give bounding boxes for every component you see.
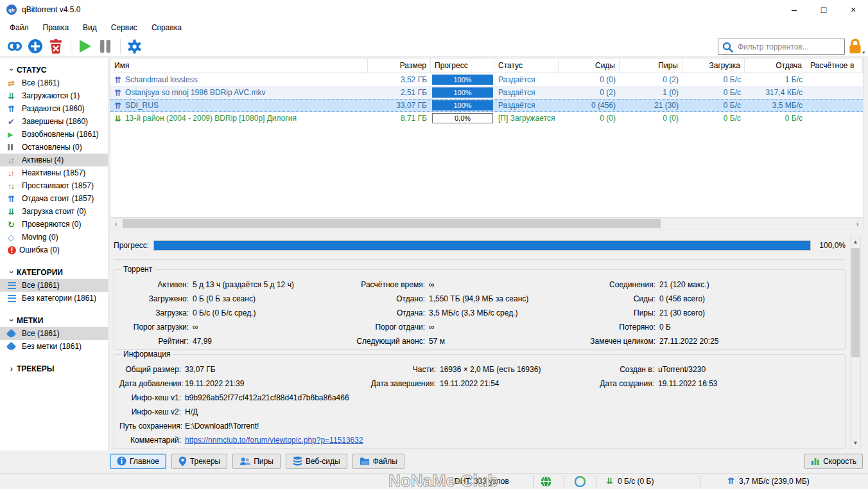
connection-status-icon[interactable] — [575, 476, 586, 487]
table-row-selected[interactable]: SDI_RUS 33,07 ГБ 100% Раздаётся 0 (456) … — [110, 99, 863, 112]
sidebar-item-checking[interactable]: Проверяются (0) — [0, 218, 108, 231]
sidebar-item-seeding[interactable]: Раздаются (1860) — [0, 102, 108, 115]
scrollbar-thumb[interactable] — [851, 248, 860, 357]
play-icon — [77, 39, 92, 54]
column-header-eta[interactable]: Расчётное в — [806, 58, 863, 73]
torrent-groupbox: Торрент Активен:5 д 13 ч (раздаётся 5 д … — [114, 269, 846, 350]
info-icon — [117, 456, 126, 466]
menu-edit[interactable]: Правка — [36, 21, 76, 35]
menu-file[interactable]: Файл — [3, 21, 36, 35]
upload-icon — [8, 105, 19, 113]
torrent-filter-input[interactable] — [735, 42, 844, 51]
table-row[interactable]: Ostanjsya so mnoj 1986 BDRip AVC.mkv 2,5… — [110, 86, 863, 99]
sidebar-item-errored[interactable]: Ошибка (0) — [0, 244, 108, 256]
sidebar-item-stalled[interactable]: Простаивают (1857) — [0, 179, 108, 192]
comment-link[interactable]: https://nnmclub.to/forum/viewtopic.php?p… — [185, 436, 840, 445]
sidebar-tag-all[interactable]: Все (1861) — [0, 327, 108, 340]
peers-icon — [239, 457, 250, 466]
minimize-button[interactable]: – — [779, 0, 809, 19]
menu-view[interactable]: Вид — [76, 21, 104, 35]
stalled-arrows-icon — [8, 182, 19, 190]
globe-icon[interactable] — [541, 476, 551, 487]
column-header-name[interactable]: Имя — [110, 58, 368, 73]
progress-cell: 0,0% — [431, 112, 494, 124]
column-header-size[interactable]: Размер — [368, 58, 431, 73]
sidebar-item-inactive[interactable]: Неактивны (1857) — [0, 166, 108, 179]
progress-cell: 100% — [431, 100, 494, 111]
scroll-left-arrow-icon[interactable]: ‹ — [110, 218, 121, 229]
table-row[interactable]: Schandmaul lossless 3,52 ГБ 100% Раздаёт… — [110, 73, 863, 86]
sidebar-item-downloading[interactable]: Загружаются (1) — [0, 89, 108, 102]
database-icon — [293, 456, 302, 466]
watermark: NoNaMe-Club — [388, 471, 498, 489]
trash-icon — [48, 39, 64, 54]
menubar: Файл Правка Вид Сервис Справка — [0, 19, 868, 36]
download-speed-icon: ⇊ — [606, 476, 613, 486]
diamond-icon — [8, 233, 19, 242]
sidebar-item-completed[interactable]: Завершены (1860) — [0, 115, 108, 128]
tab-peers[interactable]: Пиры — [232, 454, 281, 469]
column-header-download[interactable]: Загрузка — [682, 58, 745, 73]
scrollbar-thumb[interactable] — [123, 219, 661, 228]
table-horizontal-scrollbar[interactable]: ‹ › — [110, 218, 864, 229]
maximize-button[interactable]: □ — [809, 0, 838, 19]
tag-icon — [8, 343, 19, 350]
delete-torrent-button[interactable] — [46, 37, 65, 55]
table-header-row: Имя Размер Прогресс Статус Сиды Пиры Заг… — [110, 58, 863, 73]
details-vertical-scrollbar[interactable]: ▲ ▼ — [850, 236, 861, 449]
upload-speed-value[interactable]: 3,7 МБ/с (239,0 МБ) — [739, 477, 810, 486]
sidebar-item-stalled-downloading[interactable]: Загрузка стоит (0) — [0, 205, 108, 218]
resume-button[interactable] — [75, 37, 94, 55]
column-header-status[interactable]: Статус — [494, 58, 559, 73]
column-header-upload[interactable]: Отдача — [745, 58, 806, 73]
column-header-progress[interactable]: Прогресс — [431, 58, 494, 73]
menu-help[interactable]: Справка — [144, 21, 189, 35]
scroll-right-arrow-icon[interactable]: › — [852, 218, 863, 229]
table-row[interactable]: 13-й район (2004 - 2009) BDRip [1080p] Д… — [110, 112, 863, 125]
list-icon — [8, 295, 19, 302]
seeding-icon — [114, 76, 121, 84]
tab-general[interactable]: Главное — [110, 454, 166, 469]
chevron-right-icon: › — [6, 364, 17, 373]
sidebar-category-uncategorized[interactable]: Без категории (1861) — [0, 292, 108, 305]
folder-icon — [360, 457, 370, 466]
inactive-arrows-icon — [8, 169, 19, 177]
sidebar-item-stalled-uploading[interactable]: Отдача стоит (1857) — [0, 192, 108, 205]
sidebar-category-all[interactable]: Все (1861) — [0, 279, 108, 292]
details-separator — [114, 260, 846, 260]
scroll-down-arrow-icon[interactable]: ▼ — [851, 438, 860, 449]
sidebar-item-paused[interactable]: Остановлены (0) — [0, 141, 108, 154]
pause-icon — [8, 144, 19, 150]
seeding-icon — [114, 89, 121, 97]
window-title: qBittorrent v4.5.0 — [22, 5, 80, 14]
sidebar-tag-untagged[interactable]: Без метки (1861) — [0, 340, 108, 353]
scroll-up-arrow-icon[interactable]: ▲ — [851, 236, 860, 247]
status-section-header[interactable]: › СТАТУС — [0, 63, 108, 76]
speed-widget-button[interactable]: Скорость — [804, 454, 863, 469]
options-button[interactable] — [125, 37, 144, 55]
list-icon — [8, 282, 19, 289]
sidebar-item-resumed[interactable]: Возобновлены (1861) — [0, 128, 108, 141]
tags-section-header[interactable]: › МЕТКИ — [0, 314, 108, 327]
tab-trackers[interactable]: Трекеры — [171, 454, 227, 469]
filters-sidebar: › СТАТУС Все (1861) Загружаются (1) Разд… — [0, 58, 108, 450]
lock-button[interactable]: ▾ — [847, 38, 864, 55]
app-logo-icon: qb — [6, 4, 17, 15]
download-speed-value[interactable]: 0 Б/с (0 Б) — [618, 477, 654, 486]
tab-files[interactable]: Файлы — [352, 454, 404, 469]
column-header-peers[interactable]: Пиры — [620, 58, 682, 73]
column-header-seeds[interactable]: Сиды — [559, 58, 620, 73]
add-torrent-link-button[interactable] — [5, 37, 24, 55]
menu-tools[interactable]: Сервис — [104, 21, 144, 35]
tab-webseeds[interactable]: Веб-сиды — [286, 454, 347, 469]
pause-button[interactable] — [96, 37, 115, 55]
add-torrent-file-button[interactable] — [26, 37, 45, 55]
categories-section-header[interactable]: › КАТЕГОРИИ — [0, 265, 108, 279]
trackers-section-header[interactable]: › ТРЕКЕРЫ — [0, 362, 108, 375]
sidebar-item-all[interactable]: Все (1861) — [0, 76, 108, 89]
chevron-down-icon: › — [6, 267, 17, 277]
pause-icon — [98, 39, 113, 54]
close-button[interactable]: × — [838, 0, 868, 19]
sidebar-item-active[interactable]: Активны (4) — [0, 154, 108, 166]
sidebar-item-moving[interactable]: Moving (0) — [0, 231, 108, 244]
